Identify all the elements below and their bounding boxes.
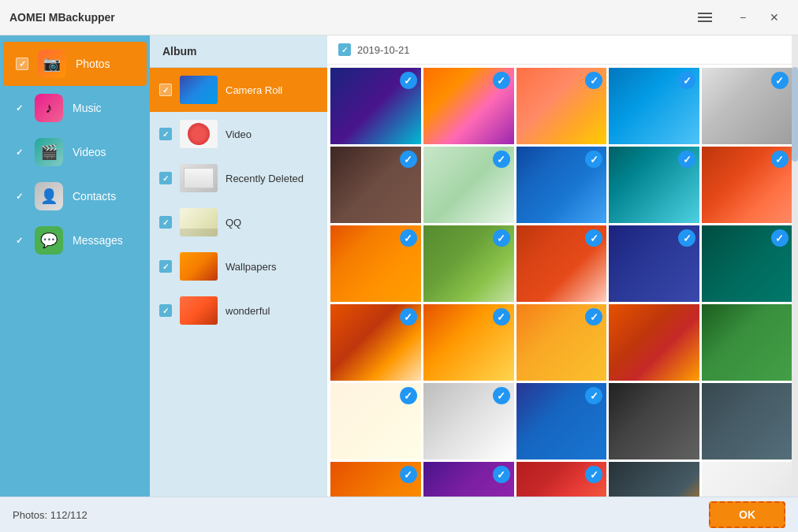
photo-cell-5[interactable] [702, 68, 792, 144]
recently-deleted-label: Recently Deleted [226, 173, 318, 184]
photo-cell-11[interactable] [330, 225, 421, 302]
photo-cell-30[interactable] [702, 462, 792, 497]
photo-cell-23[interactable] [516, 383, 607, 459]
photo-check-26 [400, 466, 417, 483]
album-item-video[interactable]: Video [150, 112, 327, 156]
videos-checkbox[interactable] [13, 146, 25, 158]
minimize-button[interactable]: − [729, 3, 757, 32]
photos-icon: 📷 [38, 50, 66, 78]
close-button[interactable]: ✕ [760, 3, 789, 32]
photo-cell-21[interactable] [330, 383, 421, 459]
photo-cell-29[interactable] [609, 462, 699, 497]
music-label: Music [73, 102, 102, 114]
wonderful-label: wonderful [226, 305, 318, 317]
photo-cell-7[interactable] [423, 147, 514, 223]
photo-check-1 [400, 72, 417, 89]
photo-check-6 [400, 151, 417, 168]
sidebar-item-messages[interactable]: 💬 Messages [0, 218, 150, 262]
album-item-camera-roll[interactable]: Camera Roll [150, 68, 327, 112]
photo-cell-28[interactable] [516, 462, 607, 497]
photo-cell-3[interactable] [516, 68, 607, 144]
music-icon: ♪ [35, 94, 63, 122]
photo-cell-20[interactable] [702, 304, 792, 381]
photo-cell-1[interactable] [330, 68, 421, 144]
photo-check-10 [771, 151, 789, 168]
qq-checkbox[interactable] [159, 216, 172, 229]
wonderful-checkbox[interactable] [159, 304, 172, 317]
date-group-label: 2019-10-21 [357, 44, 410, 56]
photo-check-22 [493, 387, 510, 404]
messages-label: Messages [73, 234, 123, 247]
sidebar-item-videos[interactable]: 🎬 Videos [0, 130, 150, 174]
photo-panel: 2019-10-21 [327, 35, 798, 497]
photo-cell-18[interactable] [516, 304, 607, 381]
album-list: Camera Roll Video Recently Deleted [150, 68, 327, 497]
photo-check-18 [585, 308, 602, 326]
photo-cell-8[interactable] [516, 147, 607, 223]
messages-checkbox[interactable] [13, 234, 25, 247]
photo-check-7 [493, 151, 510, 168]
app-title: AOMEI MBackupper [9, 11, 115, 24]
album-item-qq[interactable]: QQ [150, 200, 327, 244]
photo-check-5 [771, 72, 789, 89]
ok-button[interactable]: OK [709, 501, 785, 528]
scrollbar-thumb[interactable] [792, 67, 798, 162]
photo-check-27 [493, 466, 510, 483]
photo-check-2 [493, 72, 510, 89]
sidebar-item-contacts[interactable]: 👤 Contacts [0, 174, 150, 218]
camera-roll-checkbox[interactable] [159, 84, 172, 96]
photo-panel-header: 2019-10-21 [327, 35, 798, 65]
photo-cell-13[interactable] [516, 225, 607, 302]
music-checkbox[interactable] [13, 102, 25, 114]
video-checkbox[interactable] [159, 128, 172, 140]
album-item-recently-deleted[interactable]: Recently Deleted [150, 156, 327, 200]
recently-deleted-checkbox[interactable] [159, 172, 172, 184]
photos-label: Photos [76, 58, 110, 70]
recently-deleted-thumb [180, 164, 218, 192]
photo-cell-10[interactable] [702, 147, 792, 223]
album-item-wonderful[interactable]: wonderful [150, 288, 327, 333]
album-item-wallpapers[interactable]: Wallpapers [150, 244, 327, 288]
photo-cell-12[interactable] [423, 225, 514, 302]
video-label: Video [226, 128, 318, 140]
contacts-icon: 👤 [35, 182, 63, 210]
bottombar: Photos: 112/112 OK [0, 497, 798, 532]
photo-check-9 [678, 151, 695, 168]
menu-button[interactable] [697, 3, 725, 32]
photo-check-3 [585, 72, 602, 89]
photo-cell-24[interactable] [609, 383, 699, 459]
photo-cell-25[interactable] [702, 383, 792, 459]
photo-cell-4[interactable] [609, 68, 699, 144]
date-group-checkbox[interactable] [338, 43, 351, 56]
photo-cell-6[interactable] [330, 147, 421, 223]
photo-check-23 [585, 387, 602, 404]
status-text: Photos: 112/112 [13, 509, 88, 521]
photo-cell-2[interactable] [423, 68, 514, 144]
wallpapers-label: Wallpapers [226, 261, 318, 273]
messages-icon: 💬 [35, 226, 63, 255]
photo-cell-9[interactable] [609, 147, 699, 223]
sidebar: 📷 Photos ♪ Music 🎬 Videos 👤 Contacts 💬 M… [0, 35, 150, 497]
photo-cell-19[interactable] [609, 304, 699, 381]
photo-cell-15[interactable] [702, 225, 792, 302]
photo-cell-26[interactable] [330, 462, 421, 497]
photo-check-15 [771, 229, 789, 247]
sidebar-item-photos[interactable]: 📷 Photos [3, 42, 147, 86]
photo-check-14 [678, 229, 695, 247]
wallpapers-checkbox[interactable] [159, 260, 172, 273]
photo-cell-14[interactable] [609, 225, 699, 302]
photo-cell-17[interactable] [423, 304, 514, 381]
photo-cell-16[interactable] [330, 304, 421, 381]
photos-checkbox[interactable] [16, 58, 28, 70]
photo-check-12 [493, 229, 510, 247]
photo-check-16 [400, 308, 417, 326]
photo-grid [327, 65, 798, 497]
contacts-checkbox[interactable] [13, 190, 25, 203]
photo-cell-22[interactable] [423, 383, 514, 459]
sidebar-item-music[interactable]: ♪ Music [0, 86, 150, 130]
camera-roll-thumb [180, 76, 218, 104]
photo-cell-27[interactable] [423, 462, 514, 497]
menu-icon [698, 13, 712, 22]
contacts-label: Contacts [73, 190, 116, 203]
photo-check-11 [400, 229, 417, 247]
